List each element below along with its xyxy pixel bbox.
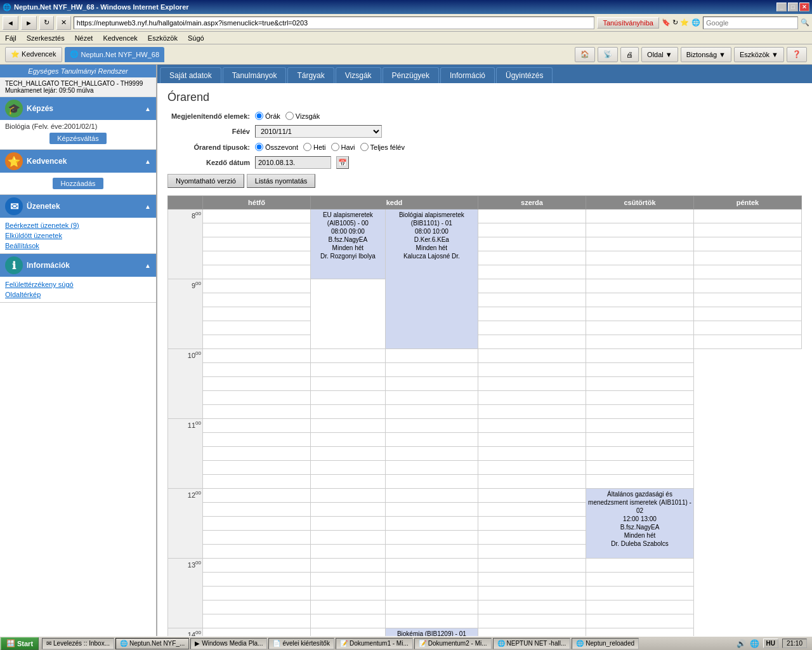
csutortok-8-4 <box>586 251 694 265</box>
windows-icon: 🪟 <box>6 639 15 647</box>
volume-icon[interactable]: 🔊 <box>737 639 746 648</box>
tab-penzugyek[interactable]: Pénzügyek <box>383 67 439 83</box>
tab-ugyintezs[interactable]: Ügyintézés <box>496 67 553 83</box>
timetable: hétfő kedd szerda csütörtök péntek 800 E… <box>167 196 802 636</box>
heti-label[interactable]: Heti <box>303 143 326 151</box>
titlebar-controls[interactable]: _ □ ✕ <box>776 3 809 11</box>
megjelenito-group: Órák Vizsgák <box>255 112 320 120</box>
search-input[interactable] <box>703 17 798 29</box>
taskbar-item-mail[interactable]: ✉ Levelezés :: Inbox... <box>42 638 114 649</box>
havi-label[interactable]: Havi <box>331 143 355 151</box>
kepzesvaltas-btn[interactable]: Képzésváltás <box>49 133 106 144</box>
szerda-8-2 <box>478 223 586 237</box>
taskbar-item-media[interactable]: ▶ Windows Media Pla... <box>190 638 267 649</box>
col-pentek: péntek <box>694 196 802 209</box>
tab-targyak[interactable]: Tárgyak <box>287 67 334 83</box>
pentek-9-1 <box>694 279 802 293</box>
taskbar-item-neptun3[interactable]: 🌐 Neptun_reloaded <box>572 638 639 649</box>
time-col-header <box>168 196 203 209</box>
search-icon[interactable]: 🔍 <box>801 18 809 27</box>
hozzaadas-btn[interactable]: Hozzáadás <box>53 178 103 189</box>
teljes-felev-label[interactable]: Teljes félév <box>360 143 405 151</box>
elkuld-link[interactable]: Elküldött üzenetek <box>5 230 151 241</box>
help-btn[interactable]: ❓ <box>787 47 807 62</box>
menu-kedvencek[interactable]: Kedvencek <box>100 33 140 43</box>
back-btn[interactable]: ◄ <box>3 16 18 30</box>
vizsgak-radio-label[interactable]: Vizsgák <box>285 112 320 120</box>
toolbar: ⭐ Kedvencek 🌐 Neptun.Net NYF_HW_68 🏠 📡 🖨… <box>0 44 812 65</box>
sidebar-section-kepzes: 🎓 Képzés ▲ Biológia (Felv. éve:2001/02/1… <box>0 97 156 150</box>
table-row <box>168 293 802 307</box>
sidebar-informaciok-header[interactable]: ℹ Információk ▲ <box>0 254 156 277</box>
taskbar-item-neptun2[interactable]: 🌐 NEPTUN NET -hall... <box>493 638 571 649</box>
forward-btn[interactable]: ► <box>21 16 37 30</box>
ie-tab-icon: 🌐 <box>70 50 79 58</box>
osszevont-label[interactable]: Összevont <box>255 143 298 151</box>
tab-vizsgak[interactable]: Vizsgák <box>336 67 381 83</box>
sidebar-section-uzenetek: ✉ Üzenetek ▲ Beérkezett üzenetek (9) Elk… <box>0 195 156 254</box>
sidebar-uzenetek-header[interactable]: ✉ Üzenetek ▲ <box>0 195 156 218</box>
page-btn[interactable]: Oldal ▼ <box>641 47 678 62</box>
beallitasok-link[interactable]: Beállítások <box>5 241 151 251</box>
menu-sugo[interactable]: Súgó <box>185 33 207 43</box>
tab-tanulmanyok[interactable]: Tanulmányok <box>223 67 287 83</box>
uzenetek-content: Beérkezett üzenetek (9) Elküldött üzenet… <box>0 218 156 253</box>
maximize-btn[interactable]: □ <box>788 3 798 11</box>
menubar: Fájl Szerkesztés Nézet Kedvencek Eszközö… <box>0 32 812 44</box>
menu-fajl[interactable]: Fájl <box>3 33 19 43</box>
calendar-btn[interactable]: 📅 <box>336 156 349 169</box>
home-icon[interactable]: 🏠 <box>575 47 595 62</box>
stop-btn[interactable]: ✕ <box>56 16 71 30</box>
havi-radio[interactable] <box>331 143 339 151</box>
taskbar-item-neptun[interactable]: 🌐 Neptun.Net NYF_... <box>115 638 189 649</box>
csutortok-8-3 <box>586 237 694 251</box>
orak-radio[interactable] <box>255 112 263 120</box>
tab-sajat-adatok[interactable]: Saját adatok <box>160 67 221 83</box>
kedd-8-bio: Biológiai alapismeretek(BIB1101) - 0108:… <box>385 209 478 349</box>
heti-radio[interactable] <box>303 143 311 151</box>
clock: 21:10 <box>782 639 807 648</box>
datum-input[interactable] <box>255 156 331 169</box>
taskbar-item-doc2[interactable]: 📝 Dokumentum1 - Mi... <box>336 638 413 649</box>
sidebar-kepzes-header[interactable]: 🎓 Képzés ▲ <box>0 97 156 120</box>
nyomtathato-btn[interactable]: Nyomtatható verzió <box>167 174 244 188</box>
taskbar-item-doc1[interactable]: 📄 évelei kiértesítők <box>268 638 334 649</box>
table-row <box>168 475 802 489</box>
teljes-felev-radio[interactable] <box>360 143 369 151</box>
vizsgak-radio[interactable] <box>285 112 294 120</box>
mail-icon: ✉ <box>46 640 51 647</box>
sugo-link[interactable]: Felülettérzékeny súgó <box>5 279 151 289</box>
table-row: 1400 Biokémia (BIB1209) - 0114:00 16:00B… <box>168 628 802 637</box>
close-btn[interactable]: ✕ <box>799 3 809 11</box>
address-input[interactable] <box>74 17 595 29</box>
security-btn[interactable]: Tanúsítványhiba <box>597 17 659 29</box>
tools-btn[interactable]: Eszközök ▼ <box>734 47 784 62</box>
active-tab[interactable]: 🌐 Neptun.Net NYF_HW_68 <box>65 47 165 62</box>
felev-select[interactable]: 2010/11/1 <box>255 125 382 138</box>
table-row <box>168 307 802 321</box>
refresh-btn[interactable]: ↻ <box>39 16 54 30</box>
favorites-btn[interactable]: ⭐ Kedvencek <box>5 47 62 62</box>
taskbar-item-doc3[interactable]: 📝 Dokumentum2 - Mi... <box>414 638 492 649</box>
print-icon[interactable]: 🖨 <box>620 47 639 62</box>
orak-radio-label[interactable]: Órák <box>255 112 280 120</box>
minimize-btn[interactable]: _ <box>776 3 787 11</box>
tab-informacio[interactable]: Információ <box>440 67 495 83</box>
menu-szerkesztes[interactable]: Szerkesztés <box>24 33 67 43</box>
rss-icon[interactable]: 📡 <box>598 47 618 62</box>
hetfo-8-5 <box>203 265 311 279</box>
tipusok-group: Összevont Heti Havi Teljes félév <box>255 143 405 151</box>
sidebar-kedvencek-header[interactable]: ⭐ Kedvencek ▲ <box>0 150 156 173</box>
listas-btn[interactable]: Listás nyomtatás <box>247 174 316 188</box>
lang-btn[interactable]: HU <box>763 639 778 648</box>
network-icon[interactable]: 🌐 <box>750 639 759 648</box>
kedvencek-icon: ⭐ <box>5 152 23 170</box>
start-btn[interactable]: 🪟 Start <box>1 637 39 650</box>
beerkezett-link[interactable]: Beérkezett üzenetek (9) <box>5 220 151 230</box>
oldalterkep-link[interactable]: Oldaltérkép <box>5 289 151 300</box>
time-14: 1400 <box>168 628 203 637</box>
menu-nezet[interactable]: Nézet <box>72 33 96 43</box>
security-toolbar-btn[interactable]: Biztonság ▼ <box>681 47 731 62</box>
menu-eszkozok[interactable]: Eszközök <box>145 33 180 43</box>
osszevont-radio[interactable] <box>255 143 263 151</box>
